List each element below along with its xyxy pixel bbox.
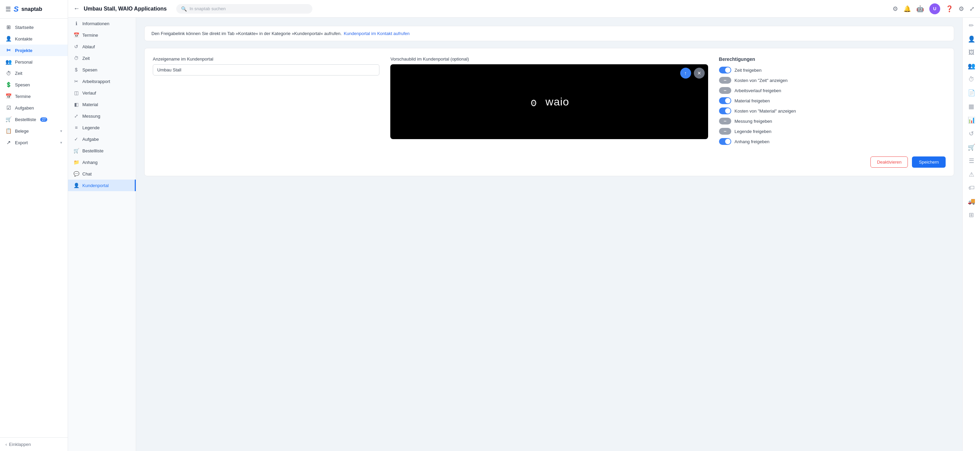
toggle-messung[interactable]: − — [719, 118, 731, 124]
sidebar-item-label: Aufgaben — [15, 105, 34, 111]
sec-nav-bestellliste2[interactable]: 🛒 Bestellliste — [68, 145, 136, 156]
sec-nav-zeit[interactable]: ⏱ Zeit — [68, 52, 136, 64]
sidebar-item-bestellliste[interactable]: 🛒 Bestellliste 27 — [0, 114, 68, 125]
deactivate-button[interactable]: Deaktivieren — [870, 156, 908, 168]
sidebar-item-spesen[interactable]: 💲 Spesen — [0, 79, 68, 91]
filter-icon[interactable]: ⚙ — [892, 5, 898, 13]
edit-icon[interactable]: ✏ — [969, 22, 974, 29]
help-icon[interactable]: ❓ — [946, 5, 953, 13]
list-icon[interactable]: ☰ — [969, 157, 974, 165]
sec-nav-informationen[interactable]: ℹ Informationen — [68, 18, 136, 29]
permission-label-messung: Messung freigeben — [735, 119, 772, 124]
permission-label-arbeitsverlauf: Arbeitsverlauf freigeben — [735, 88, 781, 93]
toggle-anhang[interactable]: ✓ — [719, 138, 731, 145]
file-icon[interactable]: 📄 — [968, 89, 975, 97]
toggle-zeit[interactable]: ✓ — [719, 67, 731, 73]
sidebar-item-belege[interactable]: 📋 Belege ▾ — [0, 125, 68, 137]
settings-icon[interactable]: ⚙ — [959, 5, 964, 13]
permission-material: ✓ Material freigeben — [719, 97, 946, 104]
sidebar-item-termine[interactable]: 📅 Termine — [0, 91, 68, 102]
spesen-icon: 💲 — [5, 82, 11, 88]
sec-nav-label: Ablauf — [82, 44, 95, 49]
bot-icon[interactable]: 🤖 — [916, 5, 924, 13]
sec-nav-ablauf[interactable]: ↺ Ablauf — [68, 41, 136, 52]
sidebar-item-projekte[interactable]: ✂ Projekte — [0, 44, 68, 56]
display-name-input[interactable] — [153, 64, 379, 76]
notification-icon[interactable]: 🔔 — [904, 5, 911, 13]
main-panel: Den Freigabelink können Sie direkt im Ta… — [136, 18, 962, 451]
logo-icon: S — [14, 5, 19, 14]
sec-nav-label: Arbeitsrapport — [82, 79, 110, 84]
permissions-section: Berechtigungen ✓ Zeit freigeben — [719, 56, 946, 148]
sidebar-item-personal[interactable]: 👥 Personal — [0, 56, 68, 68]
secondary-sidebar: ℹ Informationen 📅 Termine ↺ Ablauf ⏱ Zei… — [68, 18, 136, 451]
expand-icon[interactable]: ⤢ — [969, 5, 975, 13]
permission-anhang: ✓ Anhang freigeben — [719, 138, 946, 145]
toggle-kosten-material[interactable]: ✓ — [719, 108, 731, 114]
sec-nav-termine[interactable]: 📅 Termine — [68, 29, 136, 41]
sidebar-item-export[interactable]: ↗ Export ▾ — [0, 137, 68, 148]
sec-nav-label: Bestellliste — [82, 148, 103, 153]
personal-icon: 👥 — [5, 59, 11, 65]
sec-nav-material[interactable]: ◧ Material — [68, 98, 136, 110]
sec-nav-messung[interactable]: ⤢ Messung — [68, 110, 136, 122]
search-input[interactable] — [189, 6, 308, 11]
sec-nav-legende[interactable]: ≡ Legende — [68, 122, 136, 133]
add-user-icon[interactable]: 👤 — [968, 35, 975, 43]
sidebar-item-label: Export — [15, 140, 28, 145]
search-icon: 🔍 — [181, 6, 187, 11]
table-icon[interactable]: ▦ — [969, 103, 974, 110]
group-icon[interactable]: 👥 — [968, 62, 975, 70]
material-icon: ◧ — [73, 102, 79, 107]
toggle-kosten-zeit[interactable]: − — [719, 77, 731, 84]
truck-icon[interactable]: 🚚 — [968, 198, 975, 205]
sec-nav-anhang[interactable]: 📁 Anhang — [68, 156, 136, 168]
upload-button[interactable]: ↑ — [680, 68, 691, 79]
nav-items: ⊞ Startseite 👤 Kontakte ✂ Projekte 👥 Per… — [0, 19, 68, 437]
sidebar-header: ☰ S snaptab — [0, 0, 68, 19]
sec-nav-label: Kundenportal — [82, 183, 108, 188]
warning-icon[interactable]: ⚠ — [969, 171, 974, 178]
refresh-icon[interactable]: ↺ — [969, 130, 974, 137]
cart-icon[interactable]: 🛒 — [968, 143, 975, 151]
save-button[interactable]: Speichern — [912, 156, 946, 168]
sidebar-item-kontakte[interactable]: 👤 Kontakte — [0, 33, 68, 44]
form-actions: Deaktivieren Speichern — [153, 156, 946, 168]
sidebar-item-zeit[interactable]: ⏱ Zeit — [0, 68, 68, 79]
preview-actions: ↑ ✕ — [680, 68, 705, 79]
top-bar-icons: ⚙ 🔔 🤖 U ❓ ⚙ ⤢ — [892, 3, 975, 14]
avatar[interactable]: U — [929, 3, 940, 14]
collapse-icon: ‹ — [5, 442, 7, 447]
sidebar-collapse[interactable]: ‹ Einklappen — [0, 437, 68, 451]
back-button[interactable]: ← — [73, 5, 80, 12]
sec-nav-label: Material — [82, 102, 98, 107]
minus-icon: − — [724, 78, 726, 83]
waio-logo-icon — [529, 95, 542, 108]
remove-preview-button[interactable]: ✕ — [694, 68, 705, 79]
toggle-knob — [725, 67, 730, 73]
sec-nav-arbeitsrapport[interactable]: ✂ Arbeitsrapport — [68, 76, 136, 87]
sec-nav-aufgabe[interactable]: ✓ Aufgabe — [68, 133, 136, 145]
sec-nav-verlauf[interactable]: ◫ Verlauf — [68, 87, 136, 98]
chart-icon[interactable]: 📊 — [968, 116, 975, 124]
form-area: Anzeigename im Kundenportal Vorschaubild… — [144, 48, 954, 176]
sec-nav-label: Messung — [82, 114, 100, 119]
toggle-material[interactable]: ✓ — [719, 97, 731, 104]
sidebar-item-label: Belege — [15, 129, 29, 134]
sec-nav-spesen[interactable]: $ Spesen — [68, 64, 136, 76]
toggle-knob — [725, 98, 730, 103]
search-box[interactable]: 🔍 — [176, 4, 312, 14]
hamburger-icon[interactable]: ☰ — [5, 5, 11, 13]
tag-icon[interactable]: 🏷 — [969, 184, 975, 192]
sidebar-item-aufgaben[interactable]: ☑ Aufgaben — [0, 102, 68, 114]
info-link[interactable]: Kundenportal im Kontakt aufrufen — [344, 31, 410, 36]
sidebar-item-startseite[interactable]: ⊞ Startseite — [0, 21, 68, 33]
toggle-legende[interactable]: − — [719, 128, 731, 135]
sec-nav-kundenportal[interactable]: 👤 Kundenportal — [68, 179, 136, 191]
settings2-icon[interactable]: ⊞ — [969, 211, 974, 219]
image-icon[interactable]: 🖼 — [969, 49, 975, 56]
clock-icon[interactable]: ⏱ — [969, 76, 975, 83]
sec-nav-chat[interactable]: 💬 Chat — [68, 168, 136, 179]
toggle-arbeitsverlauf[interactable]: − — [719, 87, 731, 94]
sidebar-item-label: Personal — [15, 60, 32, 65]
